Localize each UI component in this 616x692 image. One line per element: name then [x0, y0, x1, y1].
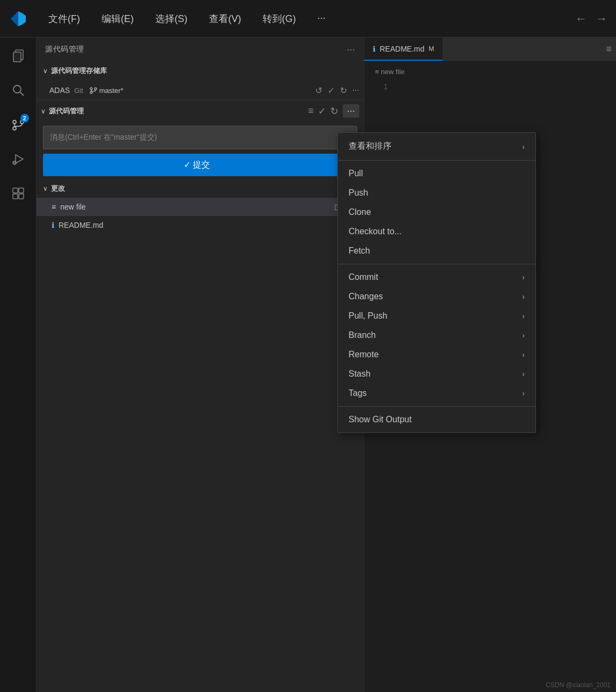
- commit-button[interactable]: ✓ 提交 ∨: [43, 154, 357, 176]
- menu-select[interactable]: 选择(S): [152, 10, 191, 27]
- sc-section-header: ∨ 源代码管理 ≡ ✓ ↻ ···: [37, 100, 364, 121]
- dropdown-item-show-git-output[interactable]: Show Git Output: [338, 410, 535, 429]
- tab-bar: ℹ README.md M ≡: [364, 38, 616, 61]
- view-sort-label: 查看和排序: [349, 141, 392, 152]
- branch-icon: [90, 86, 97, 94]
- repo-sync-button[interactable]: ↻: [340, 85, 347, 96]
- dropdown-item-stash[interactable]: Stash ›: [338, 364, 535, 384]
- svg-rect-15: [19, 188, 24, 193]
- readme-name: README.md: [59, 221, 353, 229]
- view-sort-arrow-icon: ›: [522, 142, 525, 151]
- repo-more-button[interactable]: ···: [352, 85, 359, 95]
- sidebar-header: 源代码管理 ···: [37, 38, 364, 61]
- svg-marker-2: [11, 11, 18, 26]
- watermark: CSDN @xiaolan_2001: [546, 681, 611, 689]
- dropdown-item-checkout[interactable]: Checkout to...: [338, 222, 535, 241]
- dropdown-item-clone[interactable]: Clone: [338, 203, 535, 222]
- new-file-icon: ≡: [52, 203, 56, 211]
- repos-section-header[interactable]: ∨ 源代码管理存储库: [37, 61, 364, 81]
- pull-label: Pull: [349, 169, 363, 178]
- menu-view[interactable]: 查看(V): [206, 10, 244, 27]
- activity-extensions[interactable]: [6, 182, 30, 205]
- sidebar: 源代码管理 ··· ∨ 源代码管理存储库 ADAS Git master*: [37, 38, 364, 692]
- dropdown-section-remote: Pull Push Clone Checkout to... Fetch: [338, 161, 535, 264]
- changes-chevron-icon: ∨: [43, 185, 48, 192]
- changes-section-header[interactable]: ∨ 更改: [37, 179, 364, 198]
- source-control-badge: 2: [20, 114, 29, 122]
- branch-label: Branch: [349, 330, 376, 340]
- remote-label: Remote: [349, 350, 379, 359]
- svg-point-19: [95, 88, 97, 90]
- dropdown-item-pull-push[interactable]: Pull, Push ›: [338, 306, 535, 326]
- changes-title: 更改: [51, 184, 65, 193]
- dropdown-section-view: 查看和排序 ›: [338, 133, 535, 161]
- editor-breadcrumb: ≡ new file: [375, 68, 605, 76]
- nav-buttons: ← →: [575, 12, 607, 26]
- branch-arrow-icon: ›: [522, 331, 525, 340]
- activity-source-control[interactable]: 2: [6, 113, 30, 136]
- dropdown-item-pull[interactable]: Pull: [338, 164, 535, 183]
- editor-line-1: 1: [375, 80, 605, 93]
- tags-label: Tags: [349, 388, 367, 398]
- dropdown-item-tags[interactable]: Tags ›: [338, 384, 535, 403]
- menu-more[interactable]: ···: [314, 10, 329, 27]
- svg-marker-1: [18, 11, 26, 26]
- repo-row[interactable]: ADAS Git master* ↺ ✓ ↻ ···: [37, 81, 364, 100]
- repo-check-button[interactable]: ✓: [328, 85, 335, 96]
- pull-push-label: Pull, Push: [349, 311, 387, 321]
- tab-file-name: README.md: [380, 45, 424, 53]
- dropdown-item-changes[interactable]: Changes ›: [338, 287, 535, 306]
- context-menu: 查看和排序 › Pull Push Clone Checkout to... F…: [337, 132, 536, 433]
- dropdown-section-output: Show Git Output: [338, 407, 535, 432]
- tab-file-icon: ℹ: [373, 45, 375, 53]
- repos-chevron-icon: ∨: [43, 67, 48, 75]
- nav-back-button[interactable]: ←: [575, 12, 587, 26]
- commit-message-input[interactable]: 消息(Ctrl+Enter 在"master"提交): [43, 126, 357, 149]
- file-item-readme[interactable]: ℹ README.md M: [37, 216, 364, 234]
- svg-rect-17: [19, 194, 24, 199]
- dropdown-item-branch[interactable]: Branch ›: [338, 326, 535, 345]
- menu-edit[interactable]: 编辑(E): [98, 10, 137, 27]
- dropdown-item-remote[interactable]: Remote ›: [338, 345, 535, 364]
- activity-run[interactable]: [6, 147, 30, 171]
- dropdown-item-push[interactable]: Push: [338, 183, 535, 203]
- activity-bar: 2: [0, 38, 37, 692]
- dropdown-item-commit[interactable]: Commit ›: [338, 268, 535, 287]
- sidebar-more-button[interactable]: ···: [347, 44, 355, 55]
- menu-file[interactable]: 文件(F): [45, 10, 83, 27]
- repo-git-label: Git: [74, 86, 83, 95]
- sc-list-button[interactable]: ≡: [308, 105, 314, 117]
- changes-label: Changes: [349, 292, 383, 301]
- svg-point-9: [13, 127, 16, 130]
- checkout-label: Checkout to...: [349, 227, 402, 236]
- sc-more-button[interactable]: ···: [343, 104, 359, 118]
- svg-rect-16: [13, 194, 18, 199]
- activity-search[interactable]: [6, 78, 30, 102]
- repo-refresh-button[interactable]: ↺: [315, 85, 322, 96]
- dropdown-item-view-sort[interactable]: 查看和排序 ›: [338, 136, 535, 157]
- repo-actions: ↺ ✓ ↻ ···: [315, 85, 359, 96]
- repos-section-title: 源代码管理存储库: [51, 66, 107, 76]
- tab-bar-more[interactable]: ≡: [606, 38, 616, 61]
- svg-point-5: [13, 85, 21, 93]
- sc-refresh-button[interactable]: ↻: [330, 105, 338, 117]
- commit-arrow-icon: ›: [522, 273, 525, 282]
- editor-tab-readme[interactable]: ℹ README.md M: [364, 38, 443, 61]
- pull-push-arrow-icon: ›: [522, 312, 525, 320]
- tags-arrow-icon: ›: [522, 389, 525, 398]
- stash-arrow-icon: ›: [522, 370, 525, 378]
- nav-forward-button[interactable]: →: [596, 12, 607, 26]
- sc-commit-button[interactable]: ✓: [318, 105, 326, 117]
- repo-name: ADAS: [49, 86, 70, 95]
- file-item-new-file[interactable]: ≡ new file ⊡ ↩ +: [37, 198, 364, 216]
- svg-rect-14: [13, 188, 18, 193]
- repo-branch: master*: [90, 86, 124, 95]
- sc-actions: ≡ ✓ ↻ ···: [308, 104, 359, 118]
- dropdown-item-fetch[interactable]: Fetch: [338, 241, 535, 261]
- branch-name: master*: [99, 86, 124, 95]
- menu-goto[interactable]: 转到(G): [259, 10, 299, 27]
- readme-icon: ℹ: [52, 221, 54, 229]
- vscode-logo: [9, 9, 28, 28]
- push-label: Push: [349, 188, 368, 198]
- activity-explorer[interactable]: [6, 44, 30, 68]
